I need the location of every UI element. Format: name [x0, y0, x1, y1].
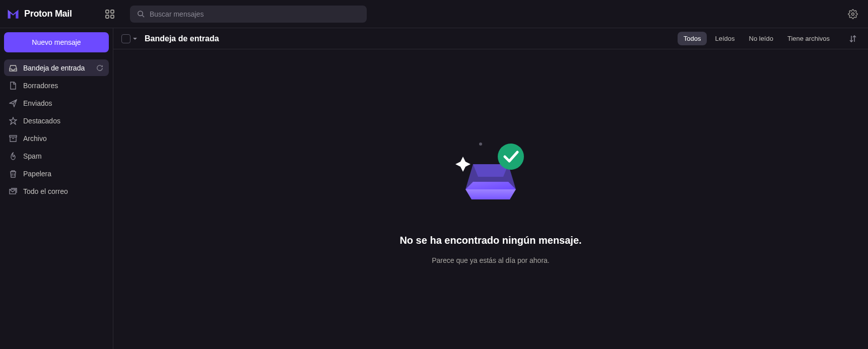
empty-inbox-illustration	[445, 134, 536, 204]
folder-title: Bandeja de entrada	[145, 34, 219, 43]
select-all-dropdown[interactable]	[132, 36, 138, 41]
sidebar: Nuevo mensaje Bandeja de entrada Borrado…	[0, 28, 113, 349]
sort-icon	[849, 35, 857, 43]
svg-point-10	[498, 144, 524, 170]
apps-grid-icon	[105, 10, 114, 19]
search-container	[130, 6, 367, 23]
sidebar-item-drafts[interactable]: Borradores	[4, 77, 109, 94]
sidebar-item-label: Todo el correo	[23, 187, 104, 195]
filter-read[interactable]: Leídos	[709, 32, 741, 45]
sidebar-item-spam[interactable]: Spam	[4, 148, 109, 164]
search-icon	[137, 10, 145, 18]
proton-logo-icon	[6, 7, 20, 21]
envelopes-icon	[9, 187, 17, 195]
empty-state-title: No se ha encontrado ningún mensaje.	[399, 235, 581, 246]
select-all-control	[121, 34, 138, 43]
sidebar-item-trash[interactable]: Papelera	[4, 165, 109, 182]
sidebar-item-sent[interactable]: Enviados	[4, 95, 109, 111]
sidebar-item-label: Bandeja de entrada	[23, 64, 90, 72]
svg-point-6	[852, 13, 854, 15]
inbox-icon	[9, 64, 17, 72]
star-icon	[9, 117, 17, 125]
topbar: Proton Mail	[0, 0, 868, 28]
fire-icon	[9, 152, 17, 160]
sidebar-item-label: Spam	[23, 152, 104, 160]
sort-button[interactable]	[846, 32, 860, 46]
sidebar-item-label: Enviados	[23, 99, 104, 107]
search-input[interactable]	[150, 10, 360, 18]
main-area: Bandeja de entrada Todos Leídos No leído…	[113, 28, 868, 349]
refresh-button[interactable]	[96, 64, 104, 72]
sidebar-item-archive[interactable]: Archivo	[4, 130, 109, 147]
refresh-icon	[96, 64, 103, 72]
file-icon	[9, 82, 17, 90]
sidebar-item-label: Archivo	[23, 134, 104, 143]
list-toolbar: Bandeja de entrada Todos Leídos No leído…	[113, 28, 868, 49]
sidebar-item-inbox[interactable]: Bandeja de entrada	[4, 59, 109, 76]
gear-icon	[848, 9, 858, 19]
sidebar-item-starred[interactable]: Destacados	[4, 112, 109, 129]
empty-state-subtitle: Parece que ya estás al día por ahora.	[432, 256, 549, 264]
svg-rect-3	[111, 15, 114, 18]
svg-point-4	[138, 11, 143, 16]
sidebar-item-label: Destacados	[23, 117, 104, 125]
svg-rect-7	[10, 135, 17, 137]
sidebar-item-allmail[interactable]: Todo el correo	[4, 183, 109, 199]
archive-icon	[9, 134, 17, 143]
filter-unread[interactable]: No leído	[743, 32, 779, 45]
empty-state: No se ha encontrado ningún mensaje. Pare…	[113, 49, 868, 349]
filter-all[interactable]: Todos	[678, 32, 707, 45]
svg-line-5	[142, 15, 144, 17]
search-box[interactable]	[130, 6, 367, 23]
logo-area[interactable]: Proton Mail	[6, 7, 107, 21]
svg-point-9	[479, 143, 482, 146]
settings-button[interactable]	[844, 5, 862, 23]
filter-group: Todos Leídos No leído Tiene archivos	[678, 32, 836, 45]
sidebar-item-label: Borradores	[23, 82, 104, 90]
caret-down-icon	[132, 36, 138, 41]
svg-rect-1	[111, 10, 114, 13]
trash-icon	[9, 170, 17, 178]
select-all-checkbox[interactable]	[121, 34, 130, 43]
sidebar-item-label: Papelera	[23, 170, 104, 178]
send-icon	[9, 99, 17, 107]
apps-switcher-button[interactable]	[101, 5, 119, 23]
svg-rect-0	[106, 10, 109, 13]
svg-rect-2	[106, 15, 109, 18]
filter-has-attachments[interactable]: Tiene archivos	[781, 32, 836, 45]
logo-text: Proton Mail	[24, 9, 72, 19]
compose-button[interactable]: Nuevo mensaje	[4, 32, 109, 52]
